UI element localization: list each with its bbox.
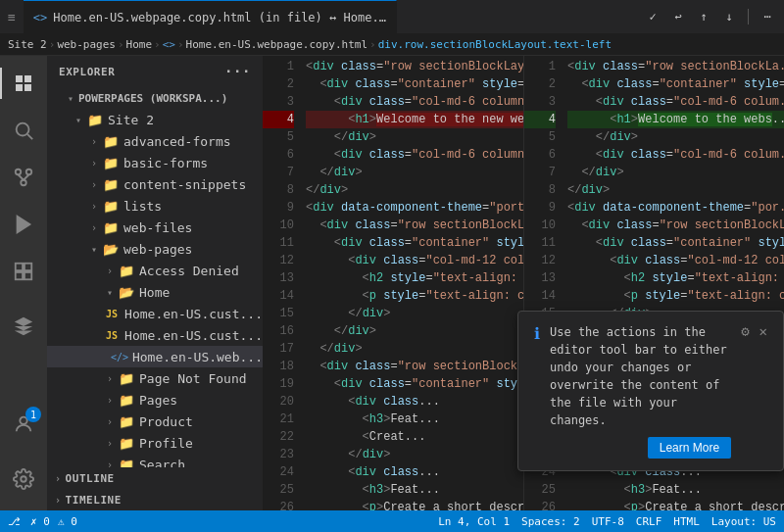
more-actions-button[interactable]: ⋯ (757, 6, 778, 27)
activity-search[interactable] (0, 107, 47, 154)
js-file-icon: JS (103, 330, 121, 341)
sidebar-more-icon[interactable]: ··· (224, 64, 251, 79)
layout-indicator[interactable]: Layout: US (711, 515, 776, 528)
sidebar-item-home-cust1[interactable]: JS Home.en-US.cust... (47, 303, 263, 324)
chevron-down-icon: ▾ (86, 244, 102, 255)
sidebar-item-home-cust2[interactable]: JS Home.en-US.cust... (47, 324, 263, 346)
chevron-right-icon: › (55, 495, 62, 506)
chevron-right-icon: › (86, 136, 102, 147)
warnings-count[interactable]: ⚠ 0 (58, 515, 77, 528)
sidebar-item-site2[interactable]: ▾ 📁 Site 2 (47, 109, 263, 130)
outline-label: OUTLINE (66, 472, 115, 485)
toast-settings-icon[interactable]: ⚙ (741, 323, 749, 339)
sidebar-label: content-snippets (123, 177, 246, 192)
sidebar: EXPLORER ··· ▾ POWERPAGES (WORKSPA...) ▾… (47, 56, 263, 510)
folder-icon: 📁 (118, 393, 135, 408)
sidebar-item-page-not-found[interactable]: › 📁 Page Not Found (47, 367, 263, 389)
sidebar-label: Home.en-US.cust... (124, 328, 263, 343)
sidebar-label: web-files (123, 220, 192, 235)
chevron-right-icon: › (55, 473, 62, 484)
accept-button[interactable]: ✓ (642, 6, 663, 27)
breadcrumb-home[interactable]: Home (126, 38, 153, 51)
sidebar-label: Site 2 (108, 113, 154, 127)
outline-section[interactable]: › OUTLINE (47, 467, 263, 489)
breadcrumb-site[interactable]: Site 2 (8, 38, 47, 51)
sidebar-item-profile[interactable]: › 📁 Profile (47, 432, 263, 454)
svg-rect-12 (16, 264, 23, 270)
sidebar-item-product[interactable]: › 📁 Product (47, 411, 263, 432)
error-icon: ✗ (30, 515, 37, 528)
editor-area: 1 2 3 4 5 6 7 8 9 10 11 12 13 14 15 16 1 (263, 56, 784, 510)
line-numbers-left: 1 2 3 4 5 6 7 8 9 10 11 12 13 14 15 16 1 (263, 56, 302, 510)
svg-point-6 (16, 169, 22, 175)
sidebar-item-advanced-forms[interactable]: › 📁 advanced-forms (47, 130, 263, 152)
toast-close-icon[interactable]: ✕ (760, 323, 767, 339)
errors-count[interactable]: ✗ 0 (30, 515, 50, 528)
chevron-down-icon: ▾ (63, 93, 78, 104)
activity-settings[interactable] (0, 456, 47, 503)
activity-source-control[interactable] (0, 154, 47, 201)
breadcrumb-webpages[interactable]: web-pages (57, 38, 116, 51)
breadcrumb-icon: <> (163, 38, 175, 51)
line-ending-indicator[interactable]: CRLF (636, 515, 662, 528)
activity-extensions[interactable] (0, 248, 47, 295)
spaces-indicator[interactable]: Spaces: 2 (521, 515, 580, 528)
sidebar-label: Home.en-US.cust... (124, 307, 263, 321)
navigate-down-button[interactable]: ↓ (718, 6, 740, 27)
svg-point-7 (26, 169, 32, 175)
folder-icon: 📁 (102, 134, 120, 149)
encoding-indicator[interactable]: UTF-8 (592, 515, 624, 528)
tab-bar: ≡ <> Home.en-US.webpage.copy.html (in fi… (0, 0, 784, 34)
sidebar-item-basic-forms[interactable]: › 📁 basic-forms (47, 152, 263, 173)
toast-notification: ℹ Use the actions in the editor tool bar… (517, 311, 784, 471)
sidebar-item-access-denied[interactable]: › 📁 Access Denied (47, 260, 263, 281)
sidebar-item-lists[interactable]: › 📁 lists (47, 195, 263, 217)
chevron-right-icon: › (102, 459, 118, 468)
left-editor[interactable]: 1 2 3 4 5 6 7 8 9 10 11 12 13 14 15 16 1 (263, 56, 523, 510)
sidebar-label: Home.en-US.web... (132, 350, 263, 364)
breadcrumb-filename[interactable]: Home.en-US.webpage.copy.html (186, 38, 368, 51)
sidebar-item-web-pages[interactable]: ▾ 📂 web-pages (47, 238, 263, 260)
language-indicator[interactable]: HTML (673, 515, 700, 528)
sidebar-item-content-snippets[interactable]: › 📁 content-snippets (47, 173, 263, 195)
chevron-right-icon: › (86, 222, 102, 233)
folder-icon: 📁 (102, 177, 120, 192)
js-file-icon: JS (103, 309, 121, 319)
bottom-sections: › OUTLINE › TIMELINE (47, 467, 263, 510)
breadcrumb-selector[interactable]: div.row.sectionBlockLayout.text-left (378, 38, 612, 51)
tab-label: Home.en-US.webpage.copy.html (in file) ↔… (53, 11, 386, 24)
active-tab[interactable]: <> Home.en-US.webpage.copy.html (in file… (24, 0, 397, 33)
sidebar-header-icons: ··· (224, 64, 251, 79)
sidebar-item-search[interactable]: › 📁 Search (47, 454, 263, 467)
svg-line-9 (19, 174, 24, 180)
sidebar-item-home[interactable]: ▾ 📂 Home (47, 281, 263, 303)
svg-rect-15 (24, 272, 31, 279)
timeline-section[interactable]: › TIMELINE (47, 489, 263, 510)
sidebar-item-workspace[interactable]: ▾ POWERPAGES (WORKSPA...) (47, 87, 263, 109)
toast-container: ℹ Use the actions in the editor tool bar… (517, 311, 784, 471)
sidebar-item-home-web[interactable]: </> Home.en-US.web... (47, 346, 263, 367)
activity-powerpages[interactable] (0, 303, 47, 350)
navigate-up-button[interactable]: ↑ (693, 6, 714, 27)
svg-marker-11 (18, 217, 30, 233)
svg-line-5 (27, 134, 32, 139)
toast-footer: Learn More (550, 437, 731, 459)
activity-accounts[interactable]: 1 (0, 401, 47, 448)
cursor-position[interactable]: Ln 4, Col 1 (438, 515, 510, 528)
sidebar-item-web-files[interactable]: › 📁 web-files (47, 217, 263, 238)
learn-more-button[interactable]: Learn More (648, 437, 731, 459)
html-file-icon: </> (111, 352, 128, 363)
chevron-right-icon: › (102, 266, 118, 276)
accounts-badge: 1 (25, 407, 41, 422)
sidebar-label: basic-forms (123, 156, 208, 170)
menu-icon[interactable]: ≡ (8, 10, 16, 24)
activity-run[interactable] (0, 201, 47, 248)
sidebar-item-pages[interactable]: › 📁 Pages (47, 389, 263, 411)
chevron-down-icon: ▾ (102, 287, 118, 298)
svg-rect-14 (16, 272, 23, 279)
code-content-left: <div class="row sectionBlockLayout... <d… (302, 56, 523, 510)
activity-bar: 1 (0, 56, 47, 510)
activity-explorer[interactable] (0, 60, 47, 107)
chevron-right-icon: › (102, 373, 118, 384)
undo-button[interactable]: ↩ (667, 6, 689, 27)
